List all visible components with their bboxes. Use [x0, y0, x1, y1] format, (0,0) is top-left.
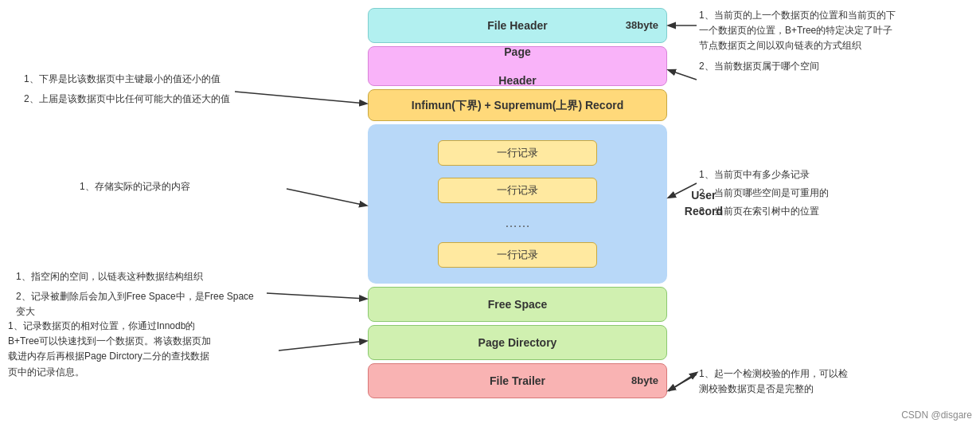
- annotation-right1-line3: 节点数据页之间以双向链表的方式组织: [699, 38, 970, 53]
- svg-line-7: [279, 341, 366, 351]
- annotation-left-pagedirectory: 1、记录数据页的相对位置，你通过Innodb的 B+Tree可以快速找到一个数据…: [8, 319, 279, 380]
- annotation-right2-line3: 3、当前页在索引树中的位置: [699, 204, 962, 219]
- watermark: CSDN @disgare: [901, 409, 972, 421]
- annotation-right-userrecord: 1、当前页中有多少条记录 2、当前页哪些空间是可重用的 3、当前页在索引树中的位…: [699, 167, 962, 220]
- annotation-right2-line1: 1、当前页中有多少条记录: [699, 167, 962, 182]
- page-directory-box: Page Directory: [368, 325, 667, 360]
- file-trailer-byte: 8byte: [631, 370, 658, 391]
- annotation-right3-line1: 1、起一个检测校验的作用，可以检: [699, 366, 962, 382]
- svg-line-8: [669, 373, 697, 391]
- annotation-right1-line2: 一个数据页的位置，B+Tree的特定决定了叶子: [699, 23, 970, 38]
- svg-line-4: [235, 92, 366, 104]
- file-trailer-box: File Trailer 8byte: [368, 363, 667, 398]
- annotation-right2-line2: 2、当前页哪些空间是可重用的: [699, 186, 962, 201]
- annotation-right3-line2: 测校验数据页是否是完整的: [699, 382, 962, 397]
- free-space-box: Free Space: [368, 287, 667, 322]
- page-directory-label: Page Directory: [478, 336, 557, 349]
- dots: ……: [505, 216, 530, 230]
- annotation-left4-line4: 页中的记录信息。: [8, 365, 279, 380]
- svg-line-3: [669, 374, 697, 390]
- row-record-3: 一行记录: [438, 242, 597, 268]
- user-record-box: 一行记录 一行记录 …… 一行记录 User Record: [368, 124, 667, 284]
- annotation-left1-line1: 1、下界是比该数据页中主键最小的值还小的值: [24, 72, 231, 87]
- row-record-1: 一行记录: [438, 140, 597, 166]
- page-header-box: Page Header: [368, 46, 667, 86]
- annotation-right-filetrailer: 1、起一个检测校验的作用，可以检 测校验数据页是否是完整的: [699, 366, 962, 397]
- svg-line-1: [669, 70, 697, 80]
- annotation-left4-line2: B+Tree可以快速找到一个数据页。将该数据页加: [8, 334, 279, 349]
- svg-line-5: [287, 189, 366, 206]
- annotation-left-userrecord: 1、存储实际的记录的内容: [80, 179, 279, 194]
- infimum-label: Infimun(下界) + Supremum(上界) Record: [412, 99, 623, 112]
- annotation-left-freespace: 1、指空闲的空间，以链表这种数据结构组织 2、记录被删除后会加入到Free Sp…: [16, 269, 263, 320]
- page-header-label1: Page: [504, 37, 530, 66]
- file-trailer-label: File Trailer: [490, 374, 545, 387]
- annotation-left4-line3: 载进内存后再根据Page Dirctory二分的查找数据: [8, 349, 279, 364]
- file-header-label: File Header: [487, 19, 547, 32]
- file-header-byte: 38byte: [626, 15, 658, 36]
- annotation-left-infimum: 1、下界是比该数据页中主键最小的值还小的值 2、上届是该数据页中比任何可能大的值…: [24, 72, 231, 107]
- annotation-right1-line4: 2、当前数据页属于哪个空间: [699, 59, 970, 74]
- free-space-label: Free Space: [488, 298, 548, 311]
- annotation-left4-line1: 1、记录数据页的相对位置，你通过Innodb的: [8, 319, 279, 334]
- svg-line-6: [267, 293, 366, 299]
- annotation-left3-line1: 1、指空闲的空间，以链表这种数据结构组织: [16, 269, 263, 284]
- annotation-left3-line2: 2、记录被删除后会加入到Free Space中，是Free Space 变大: [16, 289, 263, 319]
- annotation-left2-line1: 1、存储实际的记录的内容: [80, 179, 279, 194]
- annotation-right-fileheader: 1、当前页的上一个数据页的位置和当前页的下 一个数据页的位置，B+Tree的特定…: [699, 8, 970, 74]
- annotation-left1-line2: 2、上届是该数据页中比任何可能大的值还大的值: [24, 92, 231, 107]
- annotation-right1-line1: 1、当前页的上一个数据页的位置和当前页的下: [699, 8, 970, 23]
- infimum-box: Infimun(下界) + Supremum(上界) Record: [368, 89, 667, 121]
- row-record-2: 一行记录: [438, 178, 597, 203]
